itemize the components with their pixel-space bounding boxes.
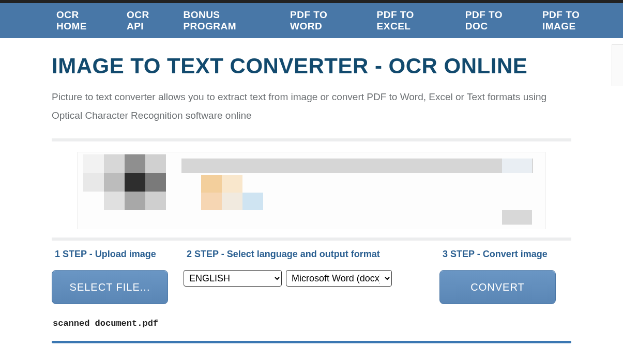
nav-bonus-program[interactable]: BONUS PROGRAM <box>176 9 283 32</box>
side-scroll-hint <box>612 44 623 86</box>
uploaded-filename: scanned document.pdf <box>53 319 184 328</box>
nav-pdf-to-doc[interactable]: PDF TO DOC <box>458 9 535 32</box>
nav-ocr-home[interactable]: OCR HOME <box>49 9 119 32</box>
main-content: IMAGE TO TEXT CONVERTER - OCR ONLINE Pic… <box>0 38 623 343</box>
divider-bottom <box>52 341 571 343</box>
select-file-button[interactable]: SELECT FILE... <box>52 270 168 304</box>
step-1-col: 1 STEP - Upload image SELECT FILE... sca… <box>52 246 184 328</box>
nav-pdf-to-excel[interactable]: PDF TO EXCEL <box>370 9 458 32</box>
pixelated-placeholder <box>78 152 545 229</box>
steps-row: 1 STEP - Upload image SELECT FILE... sca… <box>52 246 571 328</box>
step-1-label: 1 STEP - Upload image <box>55 249 184 260</box>
divider-mid <box>52 238 571 241</box>
ad-banner <box>78 152 545 229</box>
step-3-col: 3 STEP - Convert image CONVERT <box>439 246 571 304</box>
nav-pdf-to-word[interactable]: PDF TO WORD <box>283 9 370 32</box>
output-format-select[interactable]: Microsoft Word (docx) <box>286 270 392 287</box>
page-title: IMAGE TO TEXT CONVERTER - OCR ONLINE <box>52 54 571 78</box>
language-select[interactable]: ENGLISH <box>184 270 282 287</box>
main-nav: OCR HOME OCR API BONUS PROGRAM PDF TO WO… <box>0 3 623 38</box>
nav-ocr-api[interactable]: OCR API <box>119 9 176 32</box>
step-3-label: 3 STEP - Convert image <box>443 249 571 260</box>
convert-button[interactable]: CONVERT <box>439 270 556 304</box>
step-2-label: 2 STEP - Select language and output form… <box>187 249 432 260</box>
nav-pdf-to-image[interactable]: PDF TO IMAGE <box>535 9 623 32</box>
divider-top <box>52 138 571 141</box>
step-2-col: 2 STEP - Select language and output form… <box>184 246 432 287</box>
page-description: Picture to text converter allows you to … <box>52 88 571 125</box>
